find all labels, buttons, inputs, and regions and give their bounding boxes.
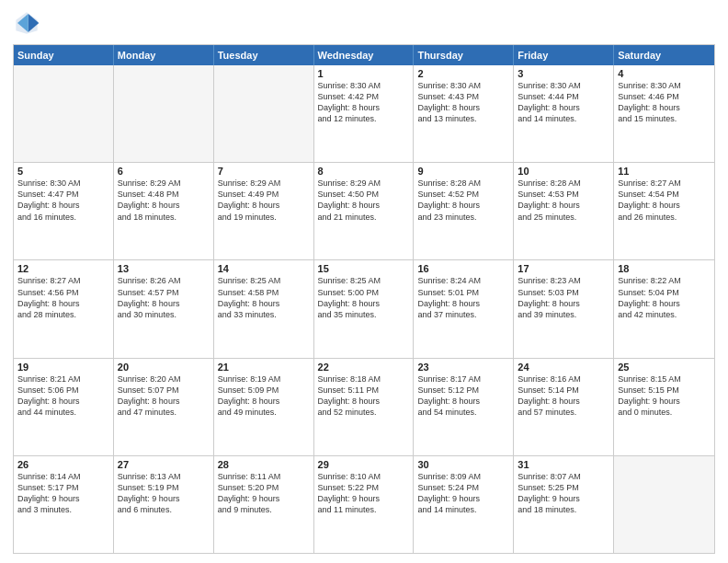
cal-cell-27: 27Sunrise: 8:13 AM Sunset: 5:19 PM Dayli…: [114, 456, 214, 553]
cal-cell-23: 23Sunrise: 8:17 AM Sunset: 5:12 PM Dayli…: [414, 359, 514, 455]
day-number: 17: [518, 263, 609, 274]
day-number: 8: [318, 166, 410, 177]
day-number: 2: [417, 68, 509, 79]
day-number: 16: [417, 263, 509, 274]
day-number: 3: [518, 68, 609, 79]
logo: [13, 9, 44, 37]
cell-info: Sunrise: 8:28 AM Sunset: 4:52 PM Dayligh…: [417, 178, 509, 223]
cell-info: Sunrise: 8:07 AM Sunset: 5:25 PM Dayligh…: [518, 471, 609, 516]
header-day-friday: Friday: [514, 45, 614, 65]
cell-info: Sunrise: 8:10 AM Sunset: 5:22 PM Dayligh…: [318, 471, 410, 516]
cal-cell-13: 13Sunrise: 8:26 AM Sunset: 4:57 PM Dayli…: [114, 260, 214, 357]
header-day-tuesday: Tuesday: [214, 45, 314, 65]
cal-cell-18: 18Sunrise: 8:22 AM Sunset: 5:04 PM Dayli…: [614, 260, 714, 357]
main-container: SundayMondayTuesdayWednesdayThursdayFrid…: [0, 0, 728, 563]
day-number: 11: [618, 166, 711, 177]
day-number: 30: [417, 459, 509, 470]
logo-icon: [13, 9, 40, 37]
cell-info: Sunrise: 8:26 AM Sunset: 4:57 PM Dayligh…: [118, 275, 210, 320]
cal-cell-8: 8Sunrise: 8:29 AM Sunset: 4:50 PM Daylig…: [314, 163, 415, 259]
cell-info: Sunrise: 8:25 AM Sunset: 5:00 PM Dayligh…: [318, 275, 410, 320]
cell-info: Sunrise: 8:27 AM Sunset: 4:56 PM Dayligh…: [17, 275, 109, 320]
cell-info: Sunrise: 8:29 AM Sunset: 4:48 PM Dayligh…: [118, 178, 210, 223]
cal-cell-19: 19Sunrise: 8:21 AM Sunset: 5:06 PM Dayli…: [14, 359, 114, 455]
cal-cell-4: 4Sunrise: 8:30 AM Sunset: 4:46 PM Daylig…: [614, 65, 714, 162]
day-number: 6: [118, 166, 210, 177]
cell-info: Sunrise: 8:30 AM Sunset: 4:46 PM Dayligh…: [618, 80, 711, 125]
cell-info: Sunrise: 8:25 AM Sunset: 4:58 PM Dayligh…: [218, 275, 310, 320]
cell-info: Sunrise: 8:24 AM Sunset: 5:01 PM Dayligh…: [417, 275, 509, 320]
day-number: 23: [417, 362, 509, 373]
day-number: 9: [417, 166, 509, 177]
cal-cell-30: 30Sunrise: 8:09 AM Sunset: 5:24 PM Dayli…: [414, 456, 514, 553]
cal-cell-7: 7Sunrise: 8:29 AM Sunset: 4:49 PM Daylig…: [214, 163, 314, 259]
cal-cell-28: 28Sunrise: 8:11 AM Sunset: 5:20 PM Dayli…: [214, 456, 314, 553]
page-header: [13, 9, 715, 37]
calendar-header: SundayMondayTuesdayWednesdayThursdayFrid…: [14, 45, 714, 65]
cell-info: Sunrise: 8:15 AM Sunset: 5:15 PM Dayligh…: [618, 373, 711, 419]
cell-info: Sunrise: 8:22 AM Sunset: 5:04 PM Dayligh…: [618, 275, 711, 320]
header-day-monday: Monday: [114, 45, 214, 65]
day-number: 10: [518, 166, 609, 177]
day-number: 4: [618, 68, 711, 79]
day-number: 20: [118, 362, 210, 373]
day-number: 24: [518, 362, 609, 373]
cal-cell-empty-0: [14, 65, 114, 162]
day-number: 26: [17, 459, 109, 470]
cal-cell-14: 14Sunrise: 8:25 AM Sunset: 4:58 PM Dayli…: [214, 260, 314, 357]
cell-info: Sunrise: 8:30 AM Sunset: 4:44 PM Dayligh…: [518, 80, 609, 125]
day-number: 31: [518, 459, 609, 470]
cell-info: Sunrise: 8:23 AM Sunset: 5:03 PM Dayligh…: [518, 275, 609, 320]
cal-cell-2: 2Sunrise: 8:30 AM Sunset: 4:43 PM Daylig…: [414, 65, 514, 162]
cell-info: Sunrise: 8:19 AM Sunset: 5:09 PM Dayligh…: [218, 373, 310, 419]
cal-cell-9: 9Sunrise: 8:28 AM Sunset: 4:52 PM Daylig…: [414, 163, 514, 259]
week-row-5: 26Sunrise: 8:14 AM Sunset: 5:17 PM Dayli…: [14, 456, 714, 553]
day-number: 18: [618, 263, 711, 274]
cal-cell-29: 29Sunrise: 8:10 AM Sunset: 5:22 PM Dayli…: [314, 456, 415, 553]
cell-info: Sunrise: 8:14 AM Sunset: 5:17 PM Dayligh…: [17, 471, 109, 516]
header-day-wednesday: Wednesday: [314, 45, 415, 65]
day-number: 19: [17, 362, 109, 373]
cal-cell-22: 22Sunrise: 8:18 AM Sunset: 5:11 PM Dayli…: [314, 359, 415, 455]
cell-info: Sunrise: 8:28 AM Sunset: 4:53 PM Dayligh…: [518, 178, 609, 223]
cell-info: Sunrise: 8:18 AM Sunset: 5:11 PM Dayligh…: [318, 373, 410, 419]
cal-cell-12: 12Sunrise: 8:27 AM Sunset: 4:56 PM Dayli…: [14, 260, 114, 357]
cell-info: Sunrise: 8:16 AM Sunset: 5:14 PM Dayligh…: [518, 373, 609, 419]
week-row-4: 19Sunrise: 8:21 AM Sunset: 5:06 PM Dayli…: [14, 359, 714, 456]
day-number: 29: [318, 459, 410, 470]
day-number: 12: [17, 263, 109, 274]
cell-info: Sunrise: 8:27 AM Sunset: 4:54 PM Dayligh…: [618, 178, 711, 223]
cell-info: Sunrise: 8:30 AM Sunset: 4:42 PM Dayligh…: [318, 80, 410, 125]
calendar: SundayMondayTuesdayWednesdayThursdayFrid…: [13, 44, 715, 554]
day-number: 25: [618, 362, 711, 373]
cal-cell-empty-2: [214, 65, 314, 162]
day-number: 28: [218, 459, 310, 470]
header-day-saturday: Saturday: [614, 45, 714, 65]
cal-cell-16: 16Sunrise: 8:24 AM Sunset: 5:01 PM Dayli…: [414, 260, 514, 357]
cal-cell-24: 24Sunrise: 8:16 AM Sunset: 5:14 PM Dayli…: [514, 359, 614, 455]
cell-info: Sunrise: 8:17 AM Sunset: 5:12 PM Dayligh…: [417, 373, 509, 419]
cell-info: Sunrise: 8:30 AM Sunset: 4:43 PM Dayligh…: [417, 80, 509, 125]
cell-info: Sunrise: 8:20 AM Sunset: 5:07 PM Dayligh…: [118, 373, 210, 419]
cal-cell-15: 15Sunrise: 8:25 AM Sunset: 5:00 PM Dayli…: [314, 260, 415, 357]
cell-info: Sunrise: 8:09 AM Sunset: 5:24 PM Dayligh…: [417, 471, 509, 516]
cal-cell-5: 5Sunrise: 8:30 AM Sunset: 4:47 PM Daylig…: [14, 163, 114, 259]
day-number: 13: [118, 263, 210, 274]
cell-info: Sunrise: 8:29 AM Sunset: 4:50 PM Dayligh…: [318, 178, 410, 223]
calendar-body: 1Sunrise: 8:30 AM Sunset: 4:42 PM Daylig…: [14, 65, 714, 553]
day-number: 5: [17, 166, 109, 177]
day-number: 1: [318, 68, 410, 79]
week-row-3: 12Sunrise: 8:27 AM Sunset: 4:56 PM Dayli…: [14, 260, 714, 358]
cal-cell-empty-6: [614, 456, 714, 553]
week-row-2: 5Sunrise: 8:30 AM Sunset: 4:47 PM Daylig…: [14, 163, 714, 260]
week-row-1: 1Sunrise: 8:30 AM Sunset: 4:42 PM Daylig…: [14, 65, 714, 163]
cal-cell-20: 20Sunrise: 8:20 AM Sunset: 5:07 PM Dayli…: [114, 359, 214, 455]
cell-info: Sunrise: 8:30 AM Sunset: 4:47 PM Dayligh…: [17, 178, 109, 223]
cal-cell-17: 17Sunrise: 8:23 AM Sunset: 5:03 PM Dayli…: [514, 260, 614, 357]
cal-cell-11: 11Sunrise: 8:27 AM Sunset: 4:54 PM Dayli…: [614, 163, 714, 259]
cell-info: Sunrise: 8:29 AM Sunset: 4:49 PM Dayligh…: [218, 178, 310, 223]
header-day-sunday: Sunday: [14, 45, 114, 65]
cell-info: Sunrise: 8:21 AM Sunset: 5:06 PM Dayligh…: [17, 373, 109, 419]
day-number: 21: [218, 362, 310, 373]
day-number: 27: [118, 459, 210, 470]
